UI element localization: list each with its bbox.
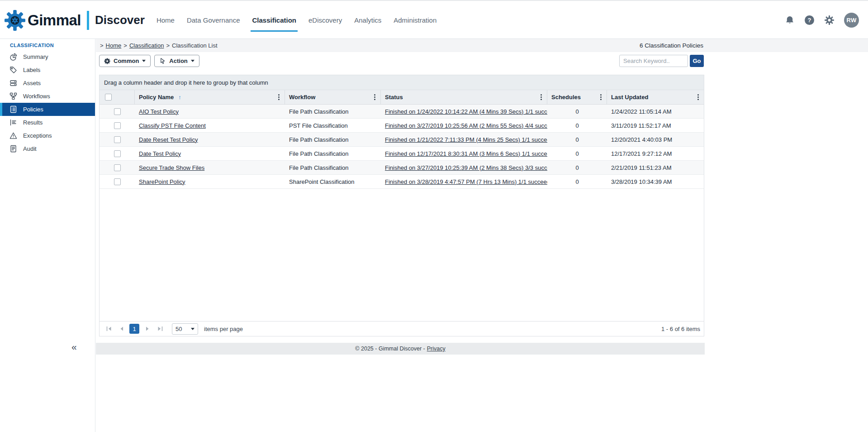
search-go-button[interactable]: Go bbox=[690, 55, 704, 67]
schedules-cell: 0 bbox=[547, 119, 607, 132]
settings-gear-icon[interactable] bbox=[824, 15, 835, 26]
sidebar: CLASSIFICATION Summary Labels Assets bbox=[0, 39, 95, 432]
page-size-value: 50 bbox=[175, 326, 182, 332]
action-menu-button[interactable]: Action bbox=[154, 55, 199, 67]
sidebar-item-workflows[interactable]: Workflows bbox=[0, 90, 95, 103]
row-checkbox[interactable] bbox=[114, 178, 121, 185]
column-title: Policy Name bbox=[139, 94, 174, 101]
breadcrumb-prefix: > bbox=[100, 42, 104, 49]
workflow-cell: File Path Classification bbox=[285, 147, 381, 160]
policy-name-link[interactable]: Classify PST File Content bbox=[139, 122, 206, 129]
table-row: Secure Trade Show Files File Path Classi… bbox=[100, 161, 704, 175]
select-all-checkbox[interactable] bbox=[105, 94, 112, 101]
row-checkbox[interactable] bbox=[114, 150, 121, 157]
main-content: > Home > Classification > Classification… bbox=[96, 39, 868, 432]
sidebar-item-label: Results bbox=[23, 119, 43, 126]
column-header-last-updated[interactable]: Last Updated bbox=[607, 90, 704, 104]
nav-ediscovery[interactable]: eDiscovery bbox=[308, 14, 342, 26]
grid-empty-area bbox=[100, 189, 704, 321]
gear-logo-icon bbox=[5, 10, 25, 31]
policy-name-link[interactable]: Secure Trade Show Files bbox=[139, 164, 204, 171]
policy-name-link[interactable]: Date Test Policy bbox=[139, 150, 181, 157]
gimmal-logo[interactable]: Gimmal Discover bbox=[5, 10, 145, 31]
sidebar-item-exceptions[interactable]: Exceptions bbox=[0, 129, 95, 142]
nav-classification[interactable]: Classification bbox=[252, 14, 296, 26]
nav-administration[interactable]: Administration bbox=[394, 14, 436, 26]
schedules-cell: 0 bbox=[547, 175, 607, 188]
sidebar-item-labels[interactable]: Labels bbox=[0, 63, 95, 77]
policies-count-label: 6 Classification Policies bbox=[640, 42, 703, 49]
policy-name-link[interactable]: Date Reset Test Policy bbox=[139, 136, 198, 143]
sidebar-item-summary[interactable]: Summary bbox=[0, 50, 95, 63]
last-page-button[interactable] bbox=[154, 323, 166, 335]
status-link[interactable]: Finished on 12/17/2021 8:30:31 AM (3 Min… bbox=[385, 150, 547, 157]
sidebar-item-audit[interactable]: Audit bbox=[0, 142, 95, 155]
page-1-button[interactable]: 1 bbox=[129, 324, 139, 334]
sidebar-item-label: Audit bbox=[23, 145, 37, 152]
status-link[interactable]: Finished on 3/27/2019 10:25:39 AM (2 Min… bbox=[385, 164, 547, 171]
caret-down-icon bbox=[191, 60, 194, 62]
page-size-select[interactable]: 50 bbox=[172, 323, 198, 335]
row-checkbox[interactable] bbox=[114, 108, 121, 115]
column-header-workflow[interactable]: Workflow bbox=[285, 90, 381, 104]
pager-range-label: 1 - 6 of 6 items bbox=[661, 326, 700, 332]
sidebar-item-label: Assets bbox=[23, 80, 41, 86]
sidebar-item-label: Exceptions bbox=[23, 132, 52, 139]
sidebar-collapse-chevrons-icon[interactable]: « bbox=[71, 341, 77, 352]
column-menu-icon[interactable] bbox=[599, 92, 602, 102]
previous-page-button[interactable] bbox=[116, 323, 127, 335]
last-updated-cell: 12/17/2021 9:27:12 AM bbox=[607, 147, 704, 160]
column-menu-icon[interactable] bbox=[697, 92, 700, 102]
policies-grid: Drag a column header and drop it here to… bbox=[99, 75, 704, 336]
row-select-cell bbox=[100, 147, 135, 160]
sort-ascending-icon: ↑ bbox=[178, 94, 181, 101]
policy-name-link[interactable]: SharePoint Policy bbox=[139, 178, 185, 185]
status-link[interactable]: Finished on 1/21/2022 7:11:33 PM (4 Mins… bbox=[385, 136, 547, 143]
table-row: Date Test Policy File Path Classificatio… bbox=[100, 147, 704, 161]
sidebar-item-results[interactable]: Results bbox=[0, 116, 95, 129]
row-select-cell bbox=[100, 161, 135, 174]
sidebar-section-title: CLASSIFICATION bbox=[10, 43, 95, 48]
breadcrumb-home-link[interactable]: Home bbox=[106, 42, 122, 49]
nav-home[interactable]: Home bbox=[157, 14, 175, 26]
column-menu-icon[interactable] bbox=[277, 92, 280, 102]
sidebar-item-assets[interactable]: Assets bbox=[0, 77, 95, 90]
pie-chart-icon bbox=[9, 53, 17, 61]
column-title: Status bbox=[385, 94, 403, 101]
status-link[interactable]: Finished on 3/27/2019 10:25:56 AM (2 Min… bbox=[385, 122, 547, 129]
row-checkbox[interactable] bbox=[114, 136, 121, 143]
column-header-schedules[interactable]: Schedules bbox=[547, 90, 607, 104]
column-header-policy-name[interactable]: Policy Name ↑ bbox=[135, 90, 285, 104]
table-row: AIO Test Policy File Path Classification… bbox=[100, 105, 704, 119]
help-icon[interactable]: ? bbox=[805, 15, 814, 25]
column-menu-icon[interactable] bbox=[373, 92, 376, 102]
policy-list-icon bbox=[9, 106, 17, 113]
search-input[interactable] bbox=[619, 55, 688, 67]
column-header-status[interactable]: Status bbox=[381, 90, 547, 104]
status-link[interactable]: Finished on 3/28/2019 4:47:57 PM (7 Hrs … bbox=[385, 178, 547, 185]
nav-analytics[interactable]: Analytics bbox=[354, 14, 381, 26]
last-updated-cell: 12/20/2021 4:40:03 PM bbox=[607, 133, 704, 146]
schedules-cell: 0 bbox=[547, 133, 607, 146]
privacy-link[interactable]: Privacy bbox=[427, 346, 446, 352]
user-avatar[interactable]: RW bbox=[844, 13, 859, 28]
workflow-cell: PST File Classification bbox=[285, 119, 381, 132]
last-updated-cell: 1/24/2022 11:05:14 AM bbox=[607, 105, 704, 118]
breadcrumb-current: Classification List bbox=[172, 42, 217, 49]
first-page-button[interactable] bbox=[103, 323, 114, 335]
policy-name-link[interactable]: AIO Test Policy bbox=[139, 108, 179, 115]
common-menu-button[interactable]: Common bbox=[99, 55, 151, 67]
nav-data-governance[interactable]: Data Governance bbox=[187, 14, 240, 26]
breadcrumb-classification-link[interactable]: Classification bbox=[129, 42, 164, 49]
row-checkbox[interactable] bbox=[114, 122, 121, 129]
status-link[interactable]: Finished on 1/24/2022 10:14:22 AM (4 Min… bbox=[385, 108, 547, 115]
schedules-cell: 0 bbox=[547, 147, 607, 160]
column-menu-icon[interactable] bbox=[540, 92, 543, 102]
row-checkbox[interactable] bbox=[114, 164, 121, 171]
notifications-bell-icon[interactable] bbox=[784, 15, 795, 26]
items-per-page-label: items per page bbox=[204, 326, 243, 332]
workflow-cell: SharePoint Classification bbox=[285, 175, 381, 188]
sidebar-item-policies[interactable]: Policies bbox=[0, 103, 95, 116]
next-page-button[interactable] bbox=[142, 323, 153, 335]
sidebar-item-label: Policies bbox=[23, 106, 43, 113]
